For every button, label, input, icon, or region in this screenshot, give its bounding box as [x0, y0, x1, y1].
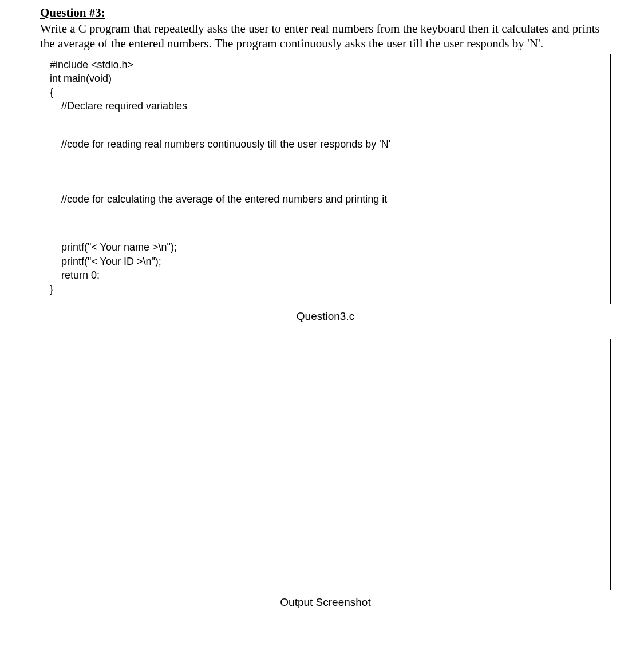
question-text: Write a C program that repeatedly asks t…: [40, 21, 611, 51]
code-line-return: return 0;: [50, 268, 605, 282]
output-screenshot-box: [44, 339, 611, 590]
code-caption: Question3.c: [40, 310, 611, 323]
code-comment-avg: //code for calculating the average of th…: [50, 192, 605, 206]
code-line-close-brace: }: [50, 282, 605, 296]
code-line-include: #include <stdio.h>: [50, 58, 605, 72]
question-title: Question #3:: [40, 6, 611, 20]
code-line-main: int main(void): [50, 72, 605, 85]
code-line-open-brace: {: [50, 85, 605, 99]
code-comment-declare: //Declare required variables: [50, 99, 605, 113]
output-caption: Output Screenshot: [40, 596, 611, 609]
code-comment-read: //code for reading real numbers continuo…: [50, 137, 605, 151]
code-box: #include <stdio.h> int main(void) { //De…: [44, 54, 611, 305]
code-line-printf-id: printf("< Your ID >\n");: [50, 255, 605, 268]
code-line-printf-name: printf("< Your name >\n");: [50, 240, 605, 254]
